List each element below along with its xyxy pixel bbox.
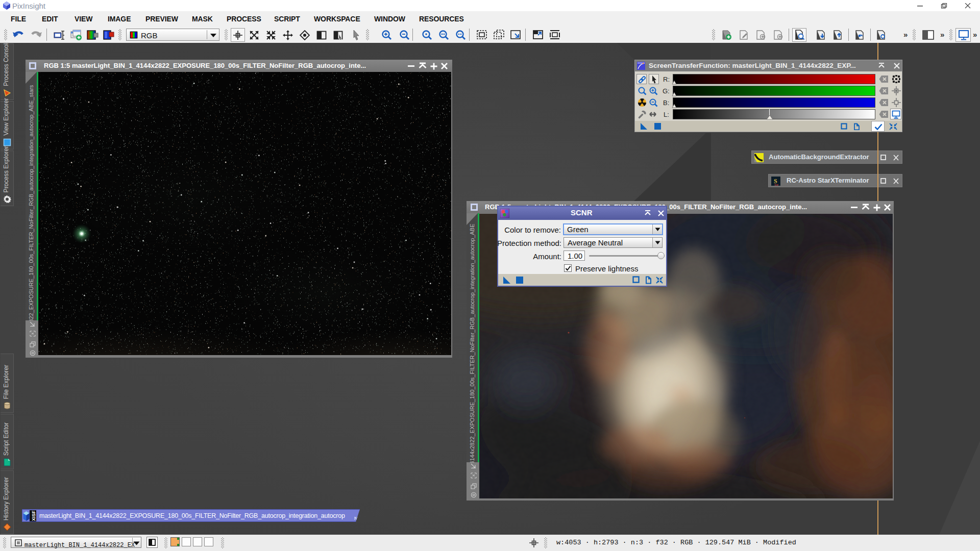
svg-text:masterLight_BIN_1_4144x2822_EX: masterLight_BIN_1_4144x2822_EXPOSURE_180… — [28, 85, 34, 320]
svg-text:Star: Star — [774, 184, 779, 186]
svg-text:XISF: XISF — [31, 510, 36, 521]
svg-text:masterLight_BIN_1_4144x2822_EX: masterLight_BIN_1_4144x2822_EXPOSURE_180… — [469, 223, 475, 462]
